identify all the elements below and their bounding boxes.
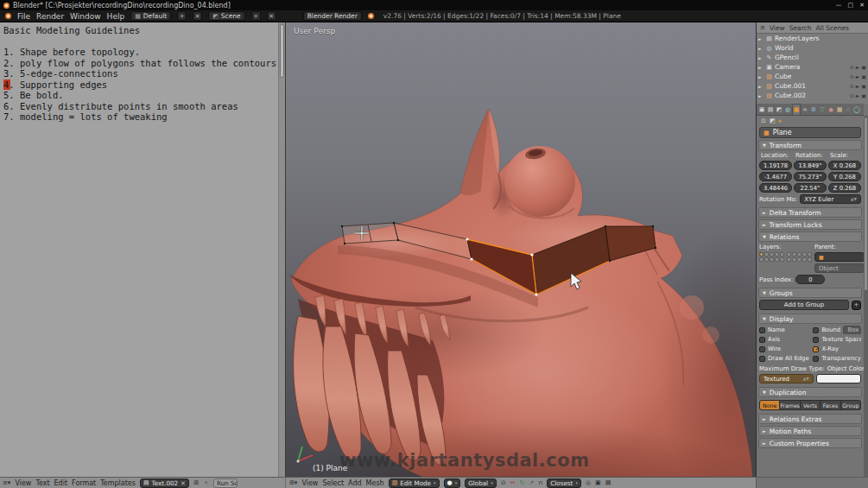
render-animation-icon[interactable]: ▤ xyxy=(605,479,611,486)
max-draw-type-dropdown[interactable]: Textured ▲▼ xyxy=(759,374,814,383)
transform-orientation-selector[interactable]: Global ▾ xyxy=(465,478,496,488)
properties-scrollbar[interactable] xyxy=(864,116,868,477)
text-editor[interactable]: Basic Modeling Guidelines 1. Shape befor… xyxy=(0,22,285,477)
object-name-field[interactable]: ■ Plane xyxy=(759,127,861,138)
panel-transform[interactable]: ▼ Transform xyxy=(758,140,862,150)
viewport-3d[interactable]: User Persp www.kjartantysdal.com (1) Pla… xyxy=(285,22,756,477)
text-menu-edit[interactable]: Edit xyxy=(54,479,68,487)
display-axis-checkbox[interactable]: Axis xyxy=(759,335,809,344)
renderable-icon[interactable]: ▣ xyxy=(861,92,866,98)
outliner-item-gpencil[interactable]: ► ✎ GPencil xyxy=(757,53,868,62)
unlink-icon[interactable]: ✕ xyxy=(181,479,186,487)
snap-target-selector[interactable]: Closest ▾ xyxy=(547,478,581,488)
selectable-icon[interactable]: ► xyxy=(856,64,860,70)
text-menu-format[interactable]: Format xyxy=(72,479,96,487)
tab-render-layers[interactable]: ▤ xyxy=(766,104,775,115)
render-engine-selector[interactable]: Blender Render xyxy=(303,11,362,21)
text-editor-scrollbar[interactable] xyxy=(278,22,285,477)
line-numbers-toggle-icon[interactable]: ⊞ xyxy=(193,479,199,486)
text-menu-templates[interactable]: Templates xyxy=(100,479,136,487)
view3d-menu-mesh[interactable]: Mesh xyxy=(366,479,384,487)
layout-delete-button[interactable]: ✕ xyxy=(193,11,202,21)
editor-type-icon[interactable]: ⊞▾ xyxy=(289,479,297,486)
tab-material[interactable]: ◉ xyxy=(827,104,835,115)
outliner-item-cube-002[interactable]: ► ▧ Cube.002 ⊙►▣ xyxy=(757,91,868,100)
duplication-faces-button[interactable]: Faces xyxy=(820,400,840,410)
rotation-x-field[interactable]: 13.849° xyxy=(794,161,827,170)
location-z-field[interactable]: 3.48446 xyxy=(759,183,792,193)
text-datablock-selector[interactable]: ▤ Text.002 ✕ xyxy=(140,478,189,488)
dinosaur-model[interactable] xyxy=(286,22,756,477)
bounds-checkbox[interactable] xyxy=(813,327,819,333)
panel-transform-locks[interactable]: ► Transform Locks xyxy=(758,219,862,230)
visibility-eye-icon[interactable]: ⊙ xyxy=(850,83,854,89)
word-wrap-toggle-icon[interactable]: ＋ xyxy=(203,478,209,487)
panel-delta-transform[interactable]: ► Delta Transform xyxy=(758,207,862,218)
tab-particles[interactable]: ∴ xyxy=(844,104,852,115)
display-transparency-checkbox[interactable]: Transparency xyxy=(813,354,861,363)
layer-buttons[interactable] xyxy=(759,252,812,262)
rotation-mode-dropdown[interactable]: XYZ Euler ▲▼ xyxy=(800,194,861,204)
menu-window[interactable]: Window xyxy=(70,12,101,21)
selectable-icon[interactable]: ► xyxy=(856,92,860,98)
outliner-item-cube-001[interactable]: ► ▧ Cube.001 ⊙►▣ xyxy=(757,81,868,91)
screen-layout-selector[interactable]: ▦ Default xyxy=(130,11,171,21)
panel-duplication[interactable]: ▼ Duplication xyxy=(758,387,862,397)
parent-field[interactable]: ■ xyxy=(814,252,865,262)
manipulator-translate-icon[interactable]: ↔ xyxy=(510,479,516,486)
outliner-item-camera[interactable]: ► ▣ Camera ⊙►▣ xyxy=(757,62,868,72)
tab-scene[interactable]: ◩ xyxy=(775,104,783,115)
tab-modifiers-wrench-icon[interactable]: ⚙ xyxy=(809,104,818,115)
visibility-eye-icon[interactable]: ⊙ xyxy=(850,73,854,79)
object-color-swatch[interactable] xyxy=(816,374,861,383)
view3d-menu-select[interactable]: Select xyxy=(322,479,344,487)
duplication-group-button[interactable]: Group xyxy=(841,400,861,410)
bounds-type-dropdown[interactable]: Box xyxy=(843,326,861,334)
text-menu-text[interactable]: Text xyxy=(35,479,49,487)
renderable-icon[interactable]: ▣ xyxy=(861,64,866,70)
scale-y-field[interactable]: Y 0.268 xyxy=(828,172,861,181)
maximize-button[interactable]: ▢ xyxy=(848,2,854,9)
view3d-menu-view[interactable]: View xyxy=(301,479,318,487)
tab-physics[interactable]: ◯ xyxy=(852,104,861,115)
panel-display[interactable]: ▼ Display xyxy=(758,314,862,324)
panel-relations-extras[interactable]: ► Relations Extras xyxy=(758,414,862,424)
selectable-icon[interactable]: ► xyxy=(856,83,860,89)
display-texture-space-checkbox[interactable]: Texture Space xyxy=(813,335,861,344)
editor-type-icon[interactable]: ≡▾ xyxy=(3,479,10,486)
menu-render[interactable]: Render xyxy=(36,12,64,21)
outliner-item-renderlayers[interactable]: ► ▤ RenderLayers xyxy=(757,34,868,43)
location-x-field[interactable]: 1.19178 xyxy=(759,161,792,170)
scene-delete-button[interactable]: ✕ xyxy=(267,11,276,21)
viewport-shading-selector[interactable]: ● ▾ xyxy=(444,478,461,488)
panel-relations[interactable]: ▼ Relations xyxy=(758,231,862,242)
expand-icon[interactable]: ► xyxy=(758,65,763,70)
mode-selector[interactable]: ▧ Edit Mode ▾ xyxy=(389,478,440,488)
renderable-icon[interactable]: ▣ xyxy=(861,83,866,89)
expand-icon[interactable]: ► xyxy=(758,84,763,89)
expand-icon[interactable]: ► xyxy=(758,74,763,79)
tab-render[interactable]: ▣ xyxy=(757,104,766,115)
rotation-z-field[interactable]: 22.54° xyxy=(794,183,827,193)
renderable-icon[interactable]: ▣ xyxy=(861,73,866,79)
panel-motion-paths[interactable]: ► Motion Paths xyxy=(758,426,862,436)
tab-texture[interactable]: ▦ xyxy=(835,104,844,115)
outliner-menu-view[interactable]: View xyxy=(770,24,785,32)
proportional-edit-icon[interactable]: ◎ xyxy=(586,479,591,486)
blender-menu-icon[interactable] xyxy=(5,13,11,19)
render-opengl-icon[interactable]: ▣ xyxy=(595,479,601,486)
layout-add-button[interactable]: + xyxy=(177,11,187,21)
duplication-none-button[interactable]: None xyxy=(759,400,780,410)
outliner-menu-search[interactable]: Search xyxy=(789,24,812,32)
expand-icon[interactable]: ► xyxy=(758,46,763,51)
visibility-eye-icon[interactable]: ⊙ xyxy=(850,64,854,70)
parent-type-dropdown[interactable]: Object xyxy=(814,263,865,273)
expand-icon[interactable]: ► xyxy=(758,55,763,60)
visibility-eye-icon[interactable]: ⊙ xyxy=(850,92,854,98)
tab-object-data[interactable]: ▽ xyxy=(818,104,827,115)
menu-help[interactable]: Help xyxy=(107,12,125,21)
view3d-menu-add[interactable]: Add xyxy=(348,479,362,487)
outliner-item-cube[interactable]: ► ▧ Cube ⊙►▣ xyxy=(757,72,868,81)
scale-x-field[interactable]: X 0.268 xyxy=(828,161,861,170)
location-y-field[interactable]: -1.4677 xyxy=(759,172,792,181)
